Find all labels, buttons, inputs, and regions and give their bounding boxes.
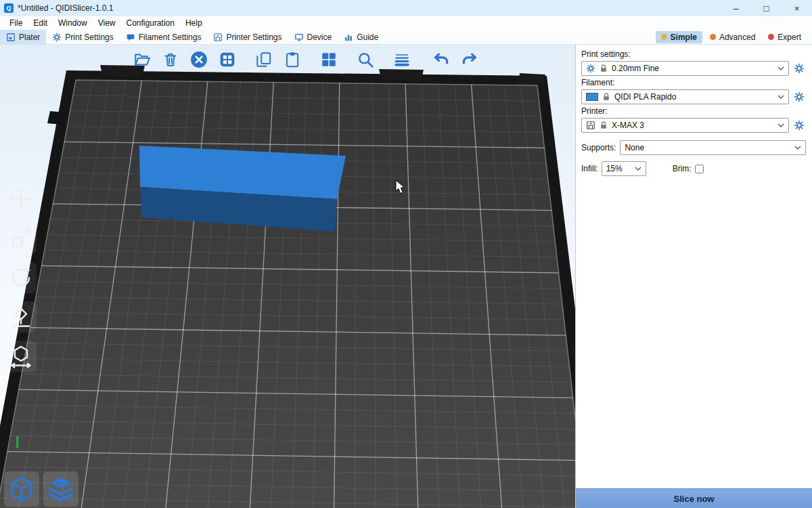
titlebar: Q *Untitled - QIDISlicer-1.0.1 – □ × [0,0,812,16]
scale-icon [9,226,33,251]
menu-window[interactable]: Window [53,17,93,29]
undo-button[interactable] [429,47,453,72]
menubar: File Edit Window View Configuration Help [0,16,812,30]
maximize-button[interactable]: □ [751,0,782,16]
measure-icon [9,344,33,368]
printer-value: X-MAX 3 [612,121,644,130]
tab-label: Plater [19,33,40,42]
measure-tool-button[interactable] [5,341,37,372]
chevron-down-icon [635,167,641,171]
filament-gear-button[interactable] [792,90,806,104]
tab-label: Filament Settings [139,33,202,42]
mode-label: Simple [671,33,697,42]
tab-guide[interactable]: Guide [338,30,384,44]
paste-button[interactable] [280,47,304,72]
tab-plater[interactable]: Plater [0,30,46,44]
search-button[interactable] [353,47,378,72]
3d-editor-view-button[interactable] [4,471,39,507]
redo-button[interactable] [457,47,482,72]
lock-icon [599,121,608,130]
move-tool-button[interactable] [5,184,37,215]
place-on-face-tool-button[interactable] [5,301,37,333]
filament-label: Filament: [581,78,806,87]
tab-label: Guide [357,33,378,42]
mode-simple[interactable]: Simple [656,31,702,43]
variable-layer-height-button[interactable] [390,47,414,72]
move-icon [9,187,33,211]
open-file-button[interactable] [130,47,154,72]
menu-view[interactable]: View [93,17,121,29]
device-icon [294,33,304,42]
view-mode-buttons [4,471,78,507]
copy-button[interactable] [252,47,276,72]
printer-icon [586,121,595,130]
tab-print-settings[interactable]: Print Settings [46,30,119,44]
menu-help[interactable]: Help [180,17,208,29]
chevron-down-icon [794,146,801,150]
close-button[interactable]: × [782,0,812,16]
origin-axis-marker [16,436,19,448]
supports-combo[interactable]: None [620,140,806,155]
print-settings-combo[interactable]: 0.20mm Fine [581,61,789,76]
mode-expert[interactable]: Expert [763,31,807,43]
printer-combo[interactable]: X-MAX 3 [581,118,789,133]
rotate-icon [9,266,33,290]
menu-edit[interactable]: Edit [28,17,53,29]
arrange-button[interactable] [215,47,240,72]
print-settings-gear-button[interactable] [792,62,806,75]
main-area: Print settings: 0.20mm Fine Filament: [0,45,812,508]
menu-configuration[interactable]: Configuration [121,17,180,29]
tab-label: Printer Settings [226,33,281,42]
copy-icon [255,51,273,68]
gear-icon [794,91,805,102]
filament-value: QIDI PLA Rapido [614,92,676,102]
brim-checkbox[interactable] [695,165,704,173]
rotate-tool-button[interactable] [5,262,37,293]
infill-value: 15% [606,164,623,173]
tab-printer-settings[interactable]: Printer Settings [207,30,288,44]
lock-icon [599,64,608,73]
filament-combo[interactable]: QIDI PLA Rapido [581,89,789,104]
mode-advanced[interactable]: Advanced [704,31,761,43]
print-bed [0,45,575,508]
print-settings-label: Print settings: [581,49,806,59]
paste-icon [284,51,301,68]
tab-filament-settings[interactable]: Filament Settings [120,30,208,44]
delete-all-button[interactable] [187,47,211,72]
model-object[interactable] [139,146,346,232]
simple-mode-dot-icon [661,34,667,40]
gear-icon [794,63,805,74]
preview-layers-view-button[interactable] [43,471,78,507]
window-controls: – □ × [721,0,812,16]
tab-label: Print Settings [65,33,113,42]
slice-now-button[interactable]: Slice now [576,488,812,508]
redo-icon [461,51,478,68]
filament-color-swatch [586,93,598,101]
mode-label: Advanced [719,33,755,42]
3d-view-cube-icon [7,475,36,503]
trash-icon [162,51,179,68]
guide-icon [344,33,353,42]
expert-mode-dot-icon [768,34,774,40]
printer-label: Printer: [581,106,806,116]
supports-label: Supports: [581,143,616,152]
print-settings-icon [52,33,62,42]
gizmo-toolbar [5,184,37,372]
3d-viewport[interactable] [0,45,575,508]
tab-device[interactable]: Device [288,30,338,44]
menu-file[interactable]: File [4,17,28,29]
infill-label: Infill: [581,164,598,173]
chevron-down-icon [777,95,784,99]
printer-gear-button[interactable] [792,119,806,132]
app-icon: Q [4,3,14,13]
settings-sidebar: Print settings: 0.20mm Fine Filament: [575,45,812,508]
variable-layer-height-icon [393,51,411,68]
delete-button[interactable] [158,47,183,72]
scale-tool-button[interactable] [5,223,37,254]
split-button[interactable] [317,47,341,72]
infill-combo[interactable]: 15% [602,161,646,176]
minimize-button[interactable]: – [721,0,751,16]
window-title: *Untitled - QIDISlicer-1.0.1 [18,3,113,13]
plater-icon [6,33,16,42]
filament-settings-icon [126,33,135,42]
